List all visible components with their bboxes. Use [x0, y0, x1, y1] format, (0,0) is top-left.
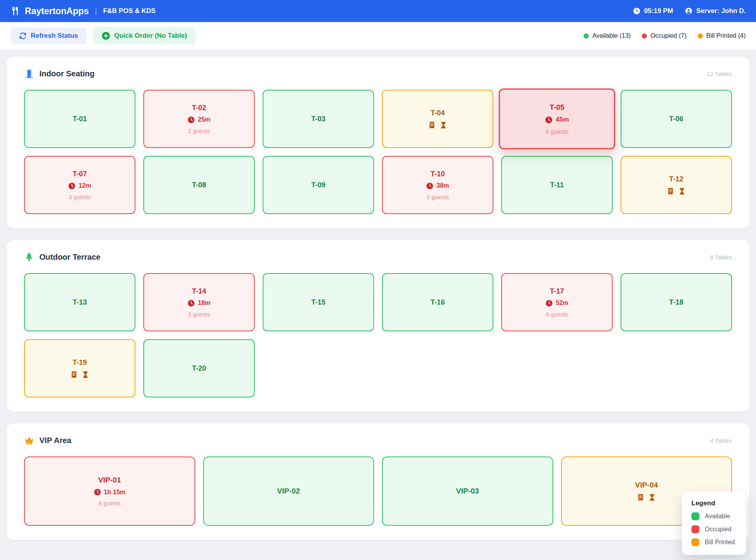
table-card-t-02[interactable]: T-0225m2 guests	[143, 90, 255, 148]
door-icon	[24, 68, 34, 79]
table-card-vip-03[interactable]: VIP-03	[382, 457, 553, 526]
section-title: Outdoor Terrace	[39, 253, 100, 262]
table-card-t-01[interactable]: T-01	[24, 90, 135, 148]
quick-order-label: Quick Order (No Table)	[114, 32, 187, 40]
occupied-time: 18m	[198, 299, 210, 307]
clock-icon	[187, 299, 195, 307]
table-card-t-12[interactable]: T-12	[621, 156, 732, 214]
plus-circle-icon	[102, 31, 110, 40]
hourglass-icon	[648, 493, 656, 501]
section-outdoor-terrace: Outdoor Terrace 8 Tables T-13T-1418m2 gu…	[7, 240, 749, 412]
toolbar: Refresh Status Quick Order (No Table) Av…	[0, 22, 756, 50]
bill-printed-icons	[637, 493, 656, 501]
table-card-t-19[interactable]: T-19	[24, 339, 135, 397]
table-card-t-08[interactable]: T-08	[143, 156, 255, 214]
section-table-count: 12 Tables	[707, 70, 732, 77]
table-id: T-11	[550, 181, 564, 189]
table-id: VIP-04	[635, 481, 658, 490]
refresh-status-button[interactable]: Refresh Status	[10, 28, 87, 44]
table-id: T-16	[430, 298, 445, 307]
app-header: RaytertonApps | F&B POS & KDS 05:19 PM S…	[0, 0, 756, 22]
clock-icon	[545, 299, 553, 307]
occupied-count-label: Occupied (7)	[650, 32, 687, 39]
table-card-t-06[interactable]: T-06	[621, 90, 732, 148]
table-card-t-18[interactable]: T-18	[621, 273, 732, 331]
legend-item-available: Available	[691, 512, 737, 520]
table-card-t-11[interactable]: T-11	[501, 156, 613, 214]
table-id: T-10	[430, 170, 445, 178]
guest-count: 6 guests	[546, 311, 568, 318]
bill-printed-icons	[667, 187, 686, 195]
available-dot-icon	[584, 33, 589, 39]
table-card-t-13[interactable]: T-13	[24, 273, 135, 331]
refresh-icon	[19, 32, 27, 40]
occupied-time: 1h 15m	[104, 489, 126, 496]
bill-printed-icons	[428, 121, 447, 129]
table-id: T-04	[430, 109, 445, 117]
bill-printed-swatch-icon	[691, 538, 699, 546]
table-card-t-15[interactable]: T-15	[263, 273, 374, 331]
clock-icon	[187, 116, 195, 124]
section-indoor-seating: Indoor Seating 12 Tables T-01T-0225m2 gu…	[7, 57, 749, 228]
table-id: T-12	[669, 175, 683, 183]
section-vip-area: VIP Area 4 Tables VIP-011h 15m8 guestsVI…	[7, 423, 749, 540]
table-id: T-01	[72, 115, 87, 123]
bill-printed-dot-icon	[698, 33, 703, 39]
status-occupied: Occupied (7)	[642, 32, 687, 39]
table-card-t-04[interactable]: T-04	[382, 90, 493, 148]
server-display: Server: John D.	[685, 7, 746, 15]
status-summary: Available (13) Occupied (7) Bill Printed…	[584, 32, 746, 39]
table-id: T-13	[72, 298, 87, 307]
table-id: T-19	[72, 359, 87, 367]
table-id: T-08	[192, 181, 206, 189]
table-card-t-14[interactable]: T-1418m2 guests	[143, 273, 255, 331]
app-subtitle: F&B POS & KDS	[103, 7, 156, 15]
legend-available-label: Available	[705, 513, 730, 520]
table-card-t-05[interactable]: T-0545m4 guests	[499, 89, 615, 150]
section-table-count: 4 Tables	[710, 437, 732, 444]
guest-count: 3 guests	[69, 194, 91, 200]
guest-count: 2 guests	[426, 194, 449, 200]
table-id: T-06	[669, 115, 683, 123]
available-count-label: Available (13)	[592, 32, 631, 39]
occupied-dot-icon	[642, 33, 647, 39]
guest-count: 2 guests	[188, 128, 210, 134]
table-card-vip-01[interactable]: VIP-011h 15m8 guests	[24, 457, 195, 526]
guest-count: 8 guests	[98, 500, 121, 506]
table-card-t-17[interactable]: T-1752m6 guests	[501, 273, 613, 331]
time-text: 05:19 PM	[644, 7, 673, 15]
time-display: 05:19 PM	[633, 7, 673, 15]
user-icon	[685, 7, 693, 15]
table-card-t-16[interactable]: T-16	[382, 273, 493, 331]
table-card-vip-02[interactable]: VIP-02	[203, 457, 374, 526]
brand: RaytertonApps | F&B POS & KDS	[10, 6, 156, 17]
occupied-time: 52m	[556, 299, 568, 307]
table-card-t-03[interactable]: T-03	[263, 90, 374, 148]
occupied-timer: 52m	[545, 299, 568, 307]
quick-order-button[interactable]: Quick Order (No Table)	[93, 27, 196, 44]
bill-printed-icons	[70, 371, 89, 379]
crown-icon	[24, 435, 34, 445]
occupied-timer: 18m	[187, 299, 210, 307]
section-title: VIP Area	[39, 436, 71, 445]
occupied-time: 25m	[198, 116, 210, 123]
guest-count: 4 guests	[545, 128, 569, 135]
tree-icon	[24, 252, 34, 262]
clock-icon	[426, 182, 434, 190]
legend-occupied-label: Occupied	[705, 526, 732, 533]
legend-bill-printed-label: Bill Printed	[705, 539, 735, 546]
table-id: T-18	[669, 298, 683, 307]
table-card-t-09[interactable]: T-09	[263, 156, 374, 214]
table-card-t-10[interactable]: T-1038m2 guests	[382, 156, 493, 214]
occupied-time: 12m	[78, 182, 91, 189]
table-id: T-05	[550, 103, 565, 112]
occupied-time: 38m	[436, 182, 449, 189]
available-swatch-icon	[691, 512, 699, 520]
floor-sections: Indoor Seating 12 Tables T-01T-0225m2 gu…	[0, 50, 756, 540]
occupied-timer: 38m	[426, 182, 449, 190]
table-card-t-07[interactable]: T-0712m3 guests	[24, 156, 135, 214]
table-card-t-20[interactable]: T-20	[143, 339, 255, 397]
occupied-time: 45m	[556, 116, 569, 124]
table-id: T-09	[311, 181, 325, 189]
section-title: Indoor Seating	[39, 69, 94, 78]
